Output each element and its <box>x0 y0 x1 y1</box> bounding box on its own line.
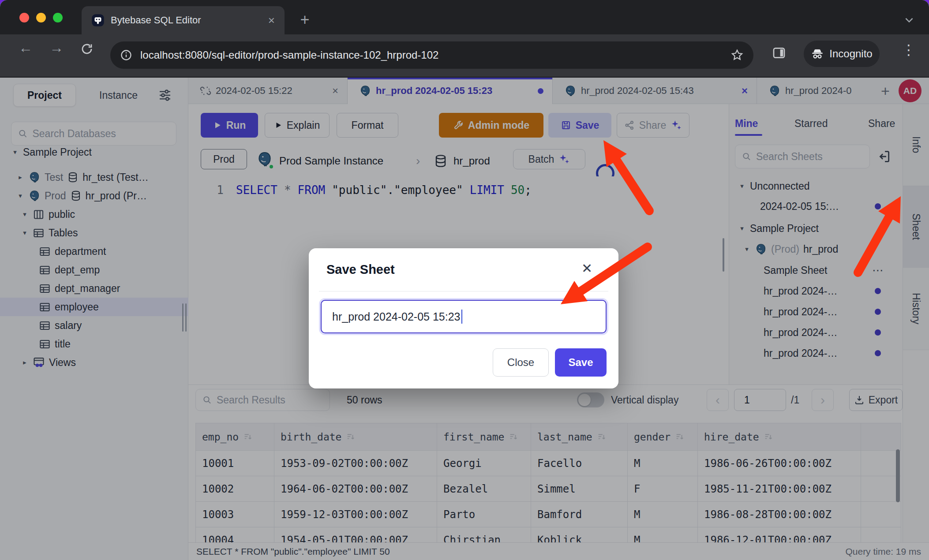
chevron-down-icon <box>903 14 915 26</box>
modal-title: Save Sheet <box>326 262 395 277</box>
sheet-name-value: hr_prod 2024-02-05 15:23 <box>332 310 461 323</box>
incognito-badge: Incognito <box>804 41 880 67</box>
url-text: localhost:8080/sql-editor/prod-sample-in… <box>140 49 723 61</box>
browser-tabstrip: Bytebase SQL Editor × + <box>0 0 929 34</box>
browser-tab[interactable]: Bytebase SQL Editor × <box>82 6 285 34</box>
maximize-window-button[interactable] <box>53 13 63 22</box>
tab-search-button[interactable] <box>898 10 920 30</box>
browser-window: Bytebase SQL Editor × + ← → localhost:80… <box>0 0 929 560</box>
side-panel-button[interactable] <box>772 46 786 62</box>
browser-menu-button[interactable]: ⋮ <box>902 41 916 58</box>
reload-button[interactable] <box>80 42 94 57</box>
close-tab-icon[interactable]: × <box>268 14 275 27</box>
browser-navbar: ← → localhost:8080/sql-editor/prod-sampl… <box>0 34 929 78</box>
back-button[interactable]: ← <box>19 40 33 56</box>
bytebase-favicon <box>91 14 105 27</box>
close-window-button[interactable] <box>19 13 29 22</box>
side-panel-icon <box>772 46 786 60</box>
save-sheet-modal: Save Sheet ✕ hr_prod 2024-02-05 15:23 Cl… <box>309 248 618 388</box>
modal-divider <box>319 291 608 291</box>
incognito-label: Incognito <box>829 48 872 60</box>
forward-button[interactable]: → <box>49 40 64 56</box>
info-icon[interactable] <box>120 49 132 61</box>
close-icon[interactable]: ✕ <box>581 261 592 276</box>
modal-close-button[interactable]: Close <box>493 348 549 377</box>
modal-save-button[interactable]: Save <box>555 348 607 377</box>
reload-icon <box>80 42 94 56</box>
browser-tab-title: Bytebase SQL Editor <box>111 15 262 26</box>
minimize-window-button[interactable] <box>36 13 46 22</box>
sheet-name-input[interactable]: hr_prod 2024-02-05 15:23 <box>321 300 607 333</box>
text-cursor <box>461 310 462 324</box>
new-tab-button[interactable]: + <box>295 10 315 30</box>
incognito-icon <box>811 47 824 60</box>
bookmark-star-icon[interactable] <box>730 49 744 62</box>
omnibox[interactable]: localhost:8080/sql-editor/prod-sample-in… <box>110 41 753 69</box>
